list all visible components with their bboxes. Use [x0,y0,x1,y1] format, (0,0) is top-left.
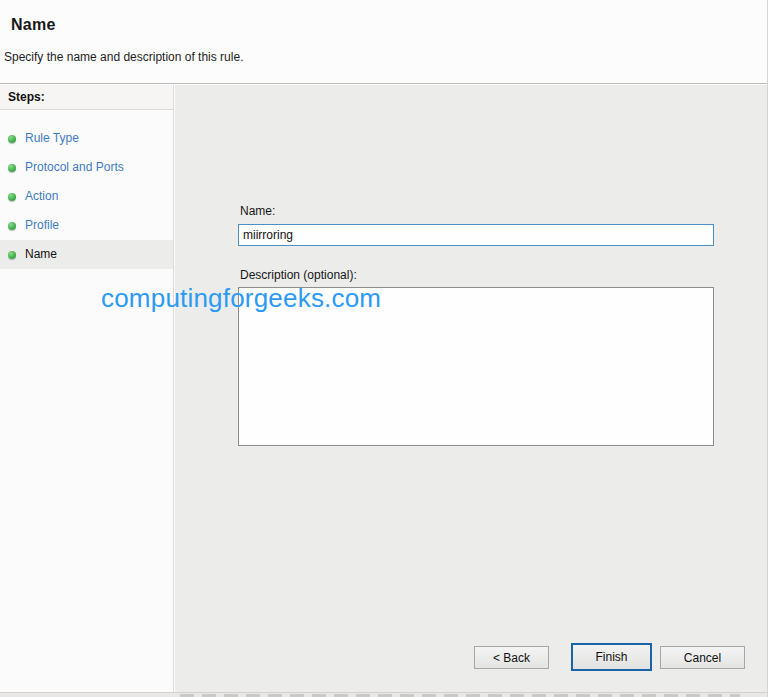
description-field-label: Description (optional): [240,268,357,282]
step-completed-icon [8,164,16,172]
sidebar-item-name[interactable]: Name [0,240,173,269]
sidebar-item-profile[interactable]: Profile [0,211,173,240]
finish-button[interactable]: Finish [571,643,652,671]
sidebar-item-protocol-and-ports[interactable]: Protocol and Ports [0,153,173,182]
page-title: Name [11,16,56,34]
rule-description-textarea[interactable] [238,287,714,446]
steps-heading: Steps: [0,85,173,110]
back-button[interactable]: < Back [474,646,549,669]
sidebar-item-label: Rule Type [25,131,79,145]
step-current-icon [8,251,16,259]
step-completed-icon [8,135,16,143]
page-subtitle: Specify the name and description of this… [4,50,243,64]
sidebar-item-label: Protocol and Ports [25,160,124,174]
wizard-body: Steps: Rule Type Protocol and Ports Acti… [0,85,768,692]
step-completed-icon [8,193,16,201]
step-completed-icon [8,222,16,230]
sidebar-item-label: Name [25,247,57,261]
sidebar-item-rule-type[interactable]: Rule Type [0,124,173,153]
rule-name-input[interactable] [238,224,714,246]
wizard-header: Name Specify the name and description of… [0,0,768,84]
sidebar-item-label: Action [25,189,58,203]
name-field-label: Name: [240,204,275,218]
firewall-rule-wizard-name-step: Name Specify the name and description of… [0,0,768,697]
bottom-edge-strip [0,692,768,697]
sidebar-item-action[interactable]: Action [0,182,173,211]
steps-sidebar: Steps: Rule Type Protocol and Ports Acti… [0,85,174,692]
steps-list: Rule Type Protocol and Ports Action Prof… [0,110,173,269]
step-content-panel: Name: Description (optional): [175,85,768,692]
cancel-button[interactable]: Cancel [660,646,745,669]
sidebar-item-label: Profile [25,218,59,232]
